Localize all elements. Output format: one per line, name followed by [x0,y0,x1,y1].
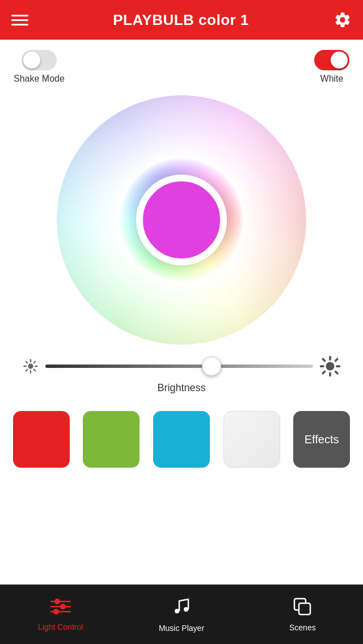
svg-point-23 [53,609,59,615]
white-group: White [314,50,349,84]
shake-mode-group: Shake Mode [14,50,65,84]
preset-red[interactable] [13,411,70,468]
presets-row: Effects [0,405,363,473]
tab-bar: Light Control Music Player Scenes [0,584,363,644]
svg-line-15 [336,372,337,374]
preset-green[interactable] [83,411,140,468]
svg-line-14 [323,359,324,361]
brightness-max-icon [320,356,340,376]
tab-light-control[interactable]: Light Control [0,598,121,632]
brightness-label: Brightness [23,382,340,394]
tab-music-player[interactable]: Music Player [121,596,242,633]
svg-line-16 [336,359,337,361]
preset-cyan[interactable] [153,411,210,468]
menu-button[interactable] [11,15,28,26]
page-title: PLAYBULB color 1 [113,11,249,29]
svg-point-21 [60,604,66,609]
shake-mode-label: Shake Mode [14,74,65,84]
svg-rect-27 [299,603,310,615]
color-center-dot[interactable] [136,175,227,265]
preset-white[interactable] [223,411,280,468]
scenes-icon [293,598,311,620]
brightness-track[interactable] [45,365,313,368]
white-knob [331,52,348,69]
shake-mode-knob [23,52,40,69]
white-toggle[interactable] [314,50,349,70]
white-label: White [320,74,344,84]
svg-point-24 [175,609,179,613]
music-player-icon [172,596,191,620]
light-control-icon [50,598,71,619]
tab-scenes[interactable]: Scenes [242,598,363,632]
controls-row: Shake Mode White [0,40,363,90]
tab-light-control-label: Light Control [38,622,83,632]
color-wheel-wrapper[interactable] [57,95,306,345]
brightness-thumb[interactable] [202,357,221,376]
tab-scenes-label: Scenes [289,623,316,632]
brightness-min-icon [23,358,39,374]
svg-point-0 [28,363,33,368]
brightness-section: Brightness [0,356,363,394]
svg-point-19 [54,599,60,604]
svg-line-8 [26,370,27,371]
svg-line-17 [323,372,324,374]
svg-line-5 [26,362,27,363]
tab-music-player-label: Music Player [159,624,204,633]
brightness-row [23,356,340,376]
svg-point-9 [326,362,335,371]
effects-button[interactable]: Effects [293,411,350,468]
svg-line-7 [34,362,35,363]
effects-label: Effects [305,433,339,446]
svg-point-25 [184,607,188,612]
settings-button[interactable] [334,11,352,29]
shake-mode-toggle[interactable] [22,50,57,70]
header: PLAYBULB color 1 [0,0,363,40]
color-wheel-container [0,95,363,345]
svg-line-6 [34,370,35,371]
